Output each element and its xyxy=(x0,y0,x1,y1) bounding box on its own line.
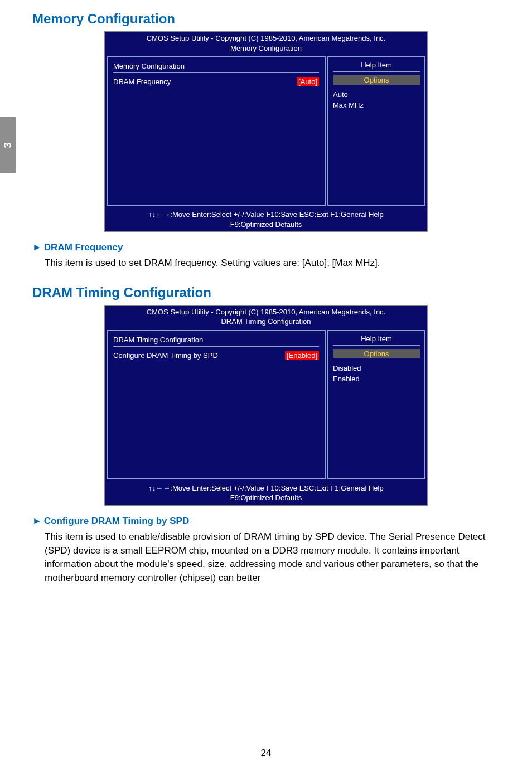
bios-footer: ↑↓←→:Move Enter:Select +/-/:Value F10:Sa… xyxy=(105,207,427,231)
chapter-number: 3 xyxy=(2,142,13,148)
bios-footer-line2: F9:Optimized Defaults xyxy=(108,220,424,230)
item-heading-text-2: Configure DRAM Timing by SPD xyxy=(44,516,189,526)
triangle-icon-2: ► xyxy=(32,516,42,526)
page-number: 24 xyxy=(0,748,532,759)
bios-row-label-2: Configure DRAM Timing by SPD xyxy=(113,351,285,360)
section2-heading: DRAM Timing Configuration xyxy=(32,285,500,300)
bios-footer-line1-2: ↑↓←→:Move Enter:Select +/-/:Value F10:Sa… xyxy=(108,483,424,493)
bios-footer-line1: ↑↓←→:Move Enter:Select +/-/:Value F10:Sa… xyxy=(108,210,424,220)
bios-help-panel-2: Help Item Options Disabled Enabled xyxy=(327,330,425,479)
bios-left-panel-2: DRAM Timing Configuration Configure DRAM… xyxy=(107,330,326,479)
triangle-icon: ► xyxy=(32,242,42,253)
bios-footer-2: ↑↓←→:Move Enter:Select +/-/:Value F10:Sa… xyxy=(105,481,427,505)
bios-option-disabled: Disabled xyxy=(333,362,420,372)
bios-help-title-2: Help Item xyxy=(333,334,420,346)
item-heading-spd: ►Configure DRAM Timing by SPD xyxy=(32,516,500,527)
bios-header-line2: Memory Configuration xyxy=(107,43,425,54)
bios-row-value[interactable]: [Auto] xyxy=(297,77,319,86)
item-block-dram-frequency: ►DRAM Frequency This item is used to set… xyxy=(32,242,500,270)
bios-option-auto: Auto xyxy=(333,88,420,99)
bios-header-line2-2: DRAM Timing Configuration xyxy=(107,317,425,327)
bios-row-value-2[interactable]: [Enabled] xyxy=(285,351,319,360)
bios-window-1: CMOS Setup Utility - Copyright (C) 1985-… xyxy=(32,31,500,232)
bios-left-panel: Memory Configuration DRAM Frequency [Aut… xyxy=(107,56,326,206)
bios-header-line1: CMOS Setup Utility - Copyright (C) 1985-… xyxy=(107,33,425,43)
bios-header-line1-2: CMOS Setup Utility - Copyright (C) 1985-… xyxy=(107,307,425,317)
item-heading-text: DRAM Frequency xyxy=(44,242,123,253)
bios-header: CMOS Setup Utility - Copyright (C) 1985-… xyxy=(105,32,427,55)
bios-header-2: CMOS Setup Utility - Copyright (C) 1985-… xyxy=(105,306,427,328)
bios-window-2: CMOS Setup Utility - Copyright (C) 1985-… xyxy=(32,305,500,506)
bios-footer-line2-2: F9:Optimized Defaults xyxy=(108,493,424,503)
bios-options-label: Options xyxy=(333,75,420,85)
bios-row-label: DRAM Frequency xyxy=(113,77,297,86)
bios-option-max: Max MHz xyxy=(333,99,420,109)
bios-left-title-2: DRAM Timing Configuration xyxy=(113,334,319,347)
section1-heading: Memory Configuration xyxy=(32,11,500,27)
bios-help-title: Help Item xyxy=(333,61,420,72)
item-block-spd: ►Configure DRAM Timing by SPD This item … xyxy=(32,516,500,585)
bios-setting-row-2[interactable]: Configure DRAM Timing by SPD [Enabled] xyxy=(113,351,319,360)
chapter-tab: 3 xyxy=(0,117,16,173)
bios-setting-row[interactable]: DRAM Frequency [Auto] xyxy=(113,77,319,86)
item-heading-dram-frequency: ►DRAM Frequency xyxy=(32,242,500,253)
item-desc-dram-frequency: This item is used to set DRAM frequency.… xyxy=(45,256,500,270)
bios-options-label-2: Options xyxy=(333,349,420,358)
item-desc-spd: This item is used to enable/disable prov… xyxy=(45,530,500,585)
bios-left-title: Memory Configuration xyxy=(113,61,319,73)
bios-option-enabled: Enabled xyxy=(333,372,420,383)
bios-help-panel: Help Item Options Auto Max MHz xyxy=(327,56,425,206)
